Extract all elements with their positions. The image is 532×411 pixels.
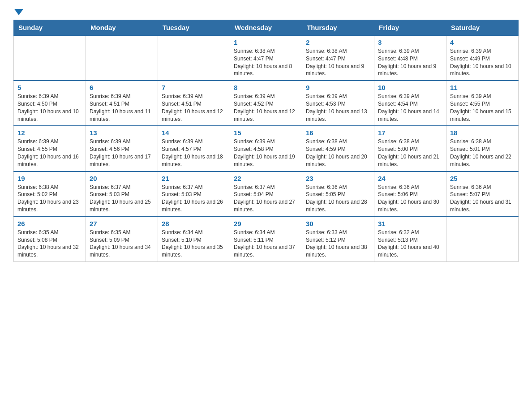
calendar-cell: 8Sunrise: 6:39 AM Sunset: 4:52 PM Daylig… (230, 81, 302, 126)
calendar-cell: 16Sunrise: 6:38 AM Sunset: 4:59 PM Dayli… (302, 126, 374, 171)
day-number: 27 (90, 220, 154, 227)
calendar-cell: 9Sunrise: 6:39 AM Sunset: 4:53 PM Daylig… (302, 81, 374, 126)
day-number: 2 (306, 39, 370, 46)
calendar-cell: 18Sunrise: 6:38 AM Sunset: 5:01 PM Dayli… (446, 126, 519, 171)
day-info: Sunrise: 6:38 AM Sunset: 5:02 PM Dayligh… (17, 184, 82, 214)
calendar-cell (158, 35, 230, 81)
day-number: 30 (306, 220, 370, 227)
day-info: Sunrise: 6:39 AM Sunset: 4:48 PM Dayligh… (378, 47, 442, 77)
weekday-header-saturday: Saturday (446, 20, 519, 36)
weekday-header-wednesday: Wednesday (230, 20, 302, 36)
day-info: Sunrise: 6:34 AM Sunset: 5:11 PM Dayligh… (234, 229, 298, 259)
calendar-cell: 29Sunrise: 6:34 AM Sunset: 5:11 PM Dayli… (230, 217, 302, 262)
day-number: 17 (378, 129, 442, 137)
day-info: Sunrise: 6:39 AM Sunset: 4:56 PM Dayligh… (90, 138, 154, 168)
day-number: 16 (306, 129, 370, 137)
calendar-cell: 1Sunrise: 6:38 AM Sunset: 4:47 PM Daylig… (230, 35, 302, 81)
day-info: Sunrise: 6:36 AM Sunset: 5:06 PM Dayligh… (378, 184, 442, 214)
calendar-table: SundayMondayTuesdayWednesdayThursdayFrid… (13, 20, 519, 262)
day-info: Sunrise: 6:39 AM Sunset: 4:55 PM Dayligh… (17, 138, 82, 168)
day-info: Sunrise: 6:38 AM Sunset: 4:47 PM Dayligh… (234, 47, 298, 77)
calendar-cell: 7Sunrise: 6:39 AM Sunset: 4:51 PM Daylig… (158, 81, 230, 126)
week-row: 12Sunrise: 6:39 AM Sunset: 4:55 PM Dayli… (14, 126, 519, 171)
day-number: 8 (234, 84, 298, 91)
calendar-cell: 2Sunrise: 6:38 AM Sunset: 4:47 PM Daylig… (302, 35, 374, 81)
day-number: 7 (162, 84, 226, 91)
day-info: Sunrise: 6:39 AM Sunset: 4:57 PM Dayligh… (162, 138, 226, 168)
day-info: Sunrise: 6:39 AM Sunset: 4:51 PM Dayligh… (162, 93, 226, 123)
day-info: Sunrise: 6:35 AM Sunset: 5:08 PM Dayligh… (17, 229, 82, 259)
weekday-header-friday: Friday (374, 20, 446, 36)
day-number: 14 (162, 129, 226, 137)
week-row: 1Sunrise: 6:38 AM Sunset: 4:47 PM Daylig… (14, 35, 519, 81)
day-info: Sunrise: 6:39 AM Sunset: 4:52 PM Dayligh… (234, 93, 298, 123)
day-number: 5 (17, 84, 82, 91)
calendar-cell: 24Sunrise: 6:36 AM Sunset: 5:06 PM Dayli… (374, 171, 446, 217)
calendar-cell: 25Sunrise: 6:36 AM Sunset: 5:07 PM Dayli… (446, 171, 519, 217)
weekday-header-thursday: Thursday (302, 20, 374, 36)
day-number: 26 (17, 220, 82, 227)
logo (13, 9, 23, 15)
calendar-cell: 10Sunrise: 6:39 AM Sunset: 4:54 PM Dayli… (374, 81, 446, 126)
calendar-cell: 13Sunrise: 6:39 AM Sunset: 4:56 PM Dayli… (86, 126, 158, 171)
calendar-body: 1Sunrise: 6:38 AM Sunset: 4:47 PM Daylig… (14, 35, 519, 261)
day-info: Sunrise: 6:39 AM Sunset: 4:51 PM Dayligh… (90, 93, 154, 123)
day-info: Sunrise: 6:32 AM Sunset: 5:13 PM Dayligh… (378, 229, 442, 259)
calendar-cell: 26Sunrise: 6:35 AM Sunset: 5:08 PM Dayli… (14, 217, 86, 262)
day-info: Sunrise: 6:37 AM Sunset: 5:04 PM Dayligh… (234, 184, 298, 214)
calendar-cell: 30Sunrise: 6:33 AM Sunset: 5:12 PM Dayli… (302, 217, 374, 262)
day-number: 20 (90, 175, 154, 182)
day-info: Sunrise: 6:39 AM Sunset: 4:54 PM Dayligh… (378, 93, 442, 123)
day-info: Sunrise: 6:38 AM Sunset: 4:47 PM Dayligh… (306, 47, 370, 77)
weekday-header-sunday: Sunday (14, 20, 86, 36)
day-number: 24 (378, 175, 442, 182)
calendar-cell (14, 35, 86, 81)
calendar-cell: 4Sunrise: 6:39 AM Sunset: 4:49 PM Daylig… (446, 35, 519, 81)
day-number: 11 (450, 84, 515, 91)
day-info: Sunrise: 6:33 AM Sunset: 5:12 PM Dayligh… (306, 229, 370, 259)
day-number: 29 (234, 220, 298, 227)
calendar-header: SundayMondayTuesdayWednesdayThursdayFrid… (14, 20, 519, 36)
day-info: Sunrise: 6:36 AM Sunset: 5:07 PM Dayligh… (450, 184, 515, 214)
calendar-cell: 3Sunrise: 6:39 AM Sunset: 4:48 PM Daylig… (374, 35, 446, 81)
calendar-cell: 31Sunrise: 6:32 AM Sunset: 5:13 PM Dayli… (374, 217, 446, 262)
day-info: Sunrise: 6:39 AM Sunset: 4:50 PM Dayligh… (17, 93, 82, 123)
day-number: 9 (306, 84, 370, 91)
day-number: 28 (162, 220, 226, 227)
weekday-header-monday: Monday (86, 20, 158, 36)
day-info: Sunrise: 6:39 AM Sunset: 4:58 PM Dayligh… (234, 138, 298, 168)
day-number: 25 (450, 175, 515, 182)
calendar-cell: 5Sunrise: 6:39 AM Sunset: 4:50 PM Daylig… (14, 81, 86, 126)
day-number: 22 (234, 175, 298, 182)
day-info: Sunrise: 6:37 AM Sunset: 5:03 PM Dayligh… (162, 184, 226, 214)
calendar-cell: 17Sunrise: 6:38 AM Sunset: 5:00 PM Dayli… (374, 126, 446, 171)
calendar-cell: 15Sunrise: 6:39 AM Sunset: 4:58 PM Dayli… (230, 126, 302, 171)
calendar-cell: 12Sunrise: 6:39 AM Sunset: 4:55 PM Dayli… (14, 126, 86, 171)
day-number: 4 (450, 39, 515, 46)
page-header (13, 9, 519, 15)
day-info: Sunrise: 6:39 AM Sunset: 4:55 PM Dayligh… (450, 93, 515, 123)
day-info: Sunrise: 6:38 AM Sunset: 5:01 PM Dayligh… (450, 138, 515, 168)
day-number: 12 (17, 129, 82, 137)
calendar-cell: 19Sunrise: 6:38 AM Sunset: 5:02 PM Dayli… (14, 171, 86, 217)
calendar-cell: 20Sunrise: 6:37 AM Sunset: 5:03 PM Dayli… (86, 171, 158, 217)
day-number: 18 (450, 129, 515, 137)
weekday-header-row: SundayMondayTuesdayWednesdayThursdayFrid… (14, 20, 519, 36)
day-info: Sunrise: 6:36 AM Sunset: 5:05 PM Dayligh… (306, 184, 370, 214)
logo-arrow-icon (14, 9, 23, 15)
day-number: 13 (90, 129, 154, 137)
calendar-cell: 22Sunrise: 6:37 AM Sunset: 5:04 PM Dayli… (230, 171, 302, 217)
day-info: Sunrise: 6:39 AM Sunset: 4:53 PM Dayligh… (306, 93, 370, 123)
day-number: 6 (90, 84, 154, 91)
calendar-cell: 21Sunrise: 6:37 AM Sunset: 5:03 PM Dayli… (158, 171, 230, 217)
calendar-cell: 23Sunrise: 6:36 AM Sunset: 5:05 PM Dayli… (302, 171, 374, 217)
day-number: 3 (378, 39, 442, 46)
calendar-cell: 27Sunrise: 6:35 AM Sunset: 5:09 PM Dayli… (86, 217, 158, 262)
day-info: Sunrise: 6:34 AM Sunset: 5:10 PM Dayligh… (162, 229, 226, 259)
day-number: 23 (306, 175, 370, 182)
week-row: 19Sunrise: 6:38 AM Sunset: 5:02 PM Dayli… (14, 171, 519, 217)
calendar-cell: 6Sunrise: 6:39 AM Sunset: 4:51 PM Daylig… (86, 81, 158, 126)
day-info: Sunrise: 6:35 AM Sunset: 5:09 PM Dayligh… (90, 229, 154, 259)
day-number: 19 (17, 175, 82, 182)
day-number: 15 (234, 129, 298, 137)
